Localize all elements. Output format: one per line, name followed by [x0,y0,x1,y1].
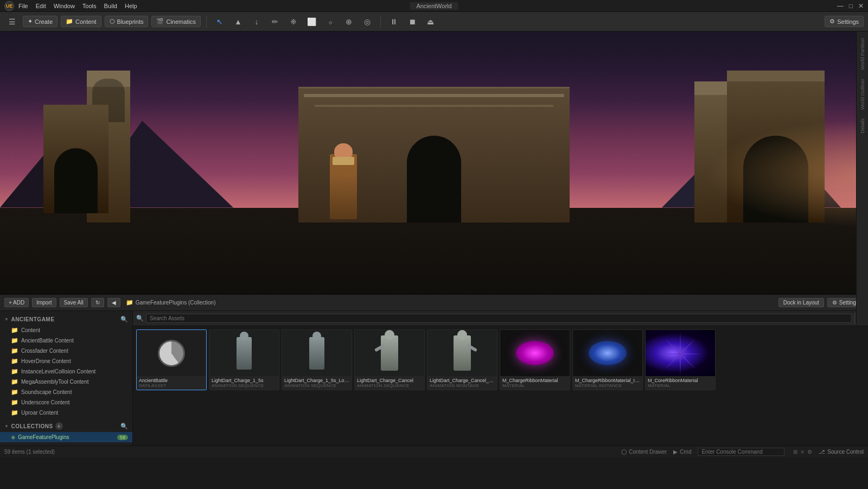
maximize-btn[interactable]: □ [849,2,853,10]
sidebar-item-instancelevel[interactable]: 📁 InstanceLevelCollision Content [0,366,132,377]
dock-in-layout-button[interactable]: Dock in Layout [778,298,824,307]
world-partition-label[interactable]: World Partition [859,36,866,72]
sidebar-item-megaassembly[interactable]: 📁 MegaAssemblyTool Content [0,377,132,387]
folder-icon: 📁 [11,327,18,334]
asset-label-lightdart4: LightDart_Charge_Cancel_Montage ANIMATIO… [427,376,497,390]
asset-item-lightdart2[interactable]: LightDart_Charge_1_5s_Loop ANIMATION SEQ… [282,329,352,390]
menu-help[interactable]: Help [125,3,137,9]
settings-button[interactable]: ⚙ Settings [825,16,864,27]
sidebar-item-crossfader[interactable]: 📁 Crossfader Content [0,346,132,356]
view-controls: ⊞ ≡ ⚙ [793,449,812,455]
content-icon: 📁 [66,18,73,25]
cinematics-button[interactable]: 🎬 Cinematics [151,16,200,27]
toolbar-separator [206,16,207,28]
close-btn[interactable]: ✕ [858,2,864,10]
import-button[interactable]: Import [32,298,56,307]
asset-item-chargeribbon[interactable]: M_ChargeRibbonMaterial MATERIAL [500,329,570,390]
sidebar-item-underscore[interactable]: 📁 Underscore Content [0,397,132,408]
asset-item-coreribbon[interactable]: M_CoreRibbonMaterial MATERIAL [645,329,716,390]
extra-tool-btn[interactable]: ⊕ [341,14,356,29]
list-view-icon[interactable]: ≡ [801,449,804,455]
play-btn[interactable]: ⏸ [386,14,401,29]
paint-tool-btn[interactable]: ✏ [267,14,283,29]
sidebar-item-soundscape[interactable]: 📁 Soundscape Content [0,387,132,397]
eject-btn[interactable]: ⏏ [423,14,438,29]
menu-window[interactable]: Window [54,3,75,9]
landscape-tool-btn[interactable]: ▲ [231,14,246,29]
project-title: AncientWorld [410,2,458,10]
grid-view-icon[interactable]: ⊞ [793,449,797,455]
save-all-button[interactable]: Save All [60,298,88,307]
asset-item-ancientbattle[interactable]: AncientBattle DATA ASSET AncientBattle (… [136,329,207,390]
menu-edit[interactable]: Edit [36,3,46,9]
viewport[interactable]: World Partition World Outliner Details [0,31,868,325]
pink-orb-visual [516,341,554,365]
asset-item-lightdart4[interactable]: LightDart_Charge_Cancel_Montage ANIMATIO… [427,329,497,390]
menu-file[interactable]: File [18,3,28,9]
cb-toolbar: + ADD Import Save All ↻ ◀ 📁 GameFeatureP… [0,295,868,311]
cmd-btn[interactable]: ▶ Cmd [673,449,691,455]
collections-section-header[interactable]: ▼ COLLECTIONS + 🔍 [0,420,132,432]
menu-build[interactable]: Build [104,3,117,9]
toolbar-separator-2 [380,16,381,28]
collection-path: GameFeaturePlugins (Collection) [136,300,216,306]
content-drawer-btn[interactable]: ⬡ Content Drawer [621,448,667,456]
asset-item-lightdart3[interactable]: LightDart_Charge_Cancel ANIMATION SEQUEN… [354,329,425,390]
asset-label-lightdart1: LightDart_Charge_1_5s ANIMATION SEQUENCE [209,376,279,390]
content-button[interactable]: 📁 Content [61,16,101,27]
stop-btn[interactable]: ⏹ [405,14,420,29]
settings-gear-icon: ⚙ [829,18,835,25]
minimize-btn[interactable]: — [837,2,844,10]
asset-item-lightdart1[interactable]: LightDart_Charge_1_5s ANIMATION SEQUENCE [209,329,279,390]
cb-assets-area: AncientBattle DATA ASSET AncientBattle (… [133,326,868,446]
blueprints-icon: ⬡ [110,18,115,25]
history-back-button[interactable]: ◀ [107,298,120,307]
sidebar-item-ancientbattle[interactable]: 📁 AncientBattle Content [0,335,132,346]
world-outliner-label[interactable]: World Outliner [859,77,866,112]
mesh-tool-btn[interactable]: ⬜ [304,14,320,29]
cb-sidebar: ▼ ANCIENTGAME 🔍 📁 Content 📁 AncientBattl… [0,311,133,446]
asset-name-lightdart1: LightDart_Charge_1_5s [212,378,277,383]
menu-bar[interactable]: File Edit Window Tools Build Help [18,3,137,9]
details-label[interactable]: Details [859,116,866,136]
item-count-label: 59 items (1 selected) [4,449,55,455]
ancientgame-section-header[interactable]: ▼ ANCIENTGAME 🔍 [0,313,132,325]
collections-search-icon[interactable]: 🔍 [120,422,128,430]
sidebar-item-content[interactable]: 📁 Content [0,325,132,335]
cb-path-bar: 📁 GameFeaturePlugins (Collection) [124,299,218,306]
add-button[interactable]: + ADD [4,298,29,307]
hamburger-menu-btn[interactable]: ☰ [4,14,20,29]
search-input[interactable] [146,314,852,323]
foliage-tool-btn[interactable]: ❈ [286,14,301,29]
blueprints-button[interactable]: ⬡ Blueprints [105,16,149,27]
content-browser-panel: + ADD Import Save All ↻ ◀ 📁 GameFeatureP… [0,294,868,458]
sidebar-item-uproar[interactable]: 📁 Uproar Content [0,408,132,418]
console-command-input[interactable] [698,448,784,456]
asset-type-lightdart4: ANIMATION MONTAGE [430,383,495,388]
folder-icon: 📁 [11,399,18,406]
asset-item-chargeribbon-inst[interactable]: M_ChargeRibbonMaterial_Inst MATERIAL INS… [572,329,643,390]
window-controls[interactable]: — □ ✕ [837,2,864,10]
asset-name-lightdart2: LightDart_Charge_1_5s_Loop [284,378,349,383]
view-settings-icon[interactable]: ⚙ [807,449,812,455]
asset-thumb-chargeribbon [500,330,570,376]
create-button[interactable]: ✦ Create [23,16,58,27]
sidebar-search-icon[interactable]: 🔍 [120,315,128,323]
collection-item-gamefeature[interactable]: ◈ GameFeaturePlugins 59 [0,432,132,442]
sunset-glow [705,119,868,228]
menu-tools[interactable]: Tools [82,3,97,9]
vr-tool-btn[interactable]: ◎ [360,14,375,29]
folder-icon: 📁 [11,347,18,354]
asset-grid: AncientBattle DATA ASSET AncientBattle (… [133,326,868,446]
content-drawer-icon: ⬡ [621,448,627,456]
nav-tool-btn[interactable]: ⬦ [323,14,338,29]
refresh-button[interactable]: ↻ [91,298,104,307]
sidebar-item-hoverdrone[interactable]: 📁 HoverDrone Content [0,356,132,366]
source-control-button[interactable]: ⎇ Source Control [819,449,864,455]
cb-panel-area: 🔍 ≡ AncientBattle DATA ASSET [133,311,868,446]
select-tool-btn[interactable]: ↖ [212,14,227,29]
left-stone-arch [43,105,108,213]
folder-icon: 📁 [11,368,18,375]
translate-tool-btn[interactable]: ↓ [249,14,264,29]
add-collection-button[interactable]: + [55,422,63,430]
